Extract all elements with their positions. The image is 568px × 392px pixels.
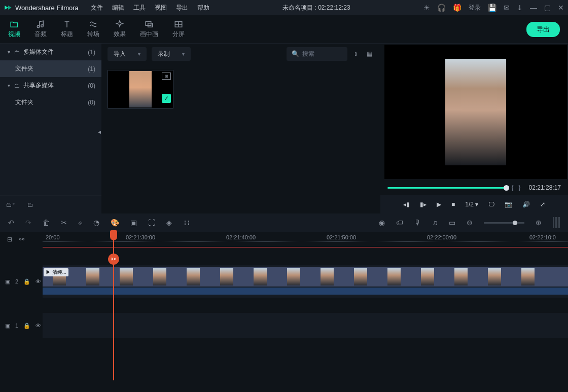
- track-head: ▣ 1 🔒 👁: [0, 323, 43, 329]
- chevron-down-icon: ▾: [138, 51, 140, 57]
- sidebar-item-folder2[interactable]: 文件夹 (0): [0, 94, 101, 111]
- display-icon[interactable]: 🖵: [488, 201, 494, 208]
- tab-video[interactable]: 视频: [8, 20, 20, 39]
- filter-icon[interactable]: ⫾: [352, 48, 360, 59]
- undo-icon[interactable]: ↶: [8, 219, 14, 227]
- lock-icon[interactable]: 🔒: [23, 278, 30, 285]
- mail-icon[interactable]: ✉: [504, 4, 510, 12]
- scrub-slider[interactable]: [387, 187, 507, 189]
- greenscr-icon[interactable]: ▣: [130, 219, 137, 227]
- link-icon[interactable]: ⚯: [19, 236, 24, 243]
- app-name: Wondershare Filmora: [15, 4, 79, 12]
- maximize-button[interactable]: ▢: [544, 4, 551, 12]
- menu-view[interactable]: 视图: [155, 4, 167, 12]
- playhead[interactable]: ✂: [114, 230, 121, 240]
- snapshot-icon[interactable]: 📷: [505, 201, 512, 208]
- clip-label: ▶ 清纯...: [44, 268, 68, 276]
- collapse-handle-icon[interactable]: ◂: [97, 124, 101, 139]
- out-bracket-icon[interactable]: }: [519, 184, 521, 191]
- sidebar-item-media[interactable]: ▾ 🗀 多媒体文件 (1): [0, 44, 101, 60]
- delete-icon[interactable]: 🗑: [43, 219, 50, 227]
- lock-icon[interactable]: 🔒: [23, 323, 30, 329]
- track-body[interactable]: [43, 313, 568, 338]
- menu-tools[interactable]: 工具: [133, 4, 146, 12]
- ruler-tick: 02:21:50:00: [327, 234, 356, 240]
- save-icon[interactable]: 💾: [488, 4, 496, 12]
- menu-help[interactable]: 帮助: [197, 4, 209, 12]
- video-clip[interactable]: ▶ 清纯...: [43, 267, 568, 287]
- playhead-line: [113, 230, 114, 380]
- folder-icon[interactable]: 🗀: [27, 201, 33, 208]
- tool-tabs-bar: 视频 音频 标题 转场 效果 画中画 分屏 导出: [0, 15, 568, 44]
- headset-icon[interactable]: 🎧: [437, 4, 446, 12]
- media-grid: ⊞ ✓: [101, 64, 380, 213]
- adjust-icon[interactable]: ⫶⫶: [183, 219, 190, 227]
- redo-icon[interactable]: ↷: [25, 219, 31, 227]
- tab-title[interactable]: 标题: [61, 20, 73, 39]
- voice-icon[interactable]: 🎙: [414, 219, 421, 227]
- track-number: 1: [15, 323, 18, 329]
- speed-selector[interactable]: 1/2 ▾: [465, 201, 478, 208]
- stop-button[interactable]: ■: [451, 201, 455, 208]
- in-bracket-icon[interactable]: {: [512, 184, 514, 191]
- ruler-tick: 02:22:00:00: [427, 234, 456, 240]
- menu-file[interactable]: 文件: [91, 4, 103, 12]
- marker-icon[interactable]: 🏷: [396, 219, 403, 227]
- menu-export[interactable]: 导出: [176, 4, 188, 12]
- folder-icon: 🗀: [14, 82, 20, 89]
- prev-frame-button[interactable]: ◂▮: [403, 201, 410, 208]
- media-topbar: 导入▾ 录制▾ 🔍 搜索 ⫾ ▦: [101, 44, 380, 64]
- audio-waveform[interactable]: [43, 288, 568, 295]
- zoom-slider[interactable]: [484, 222, 524, 224]
- tab-pip[interactable]: 画中画: [140, 20, 158, 39]
- new-folder-icon[interactable]: 🗀⁺: [6, 201, 15, 208]
- track-body[interactable]: ▶ 清纯...: [43, 265, 568, 298]
- search-input[interactable]: 🔍 搜索: [287, 47, 347, 61]
- minimize-button[interactable]: ―: [530, 4, 537, 12]
- ruler-track[interactable]: 20:00 02:21:30:00 02:21:40:00 02:21:50:0…: [43, 232, 568, 247]
- gift-icon[interactable]: 🎁: [453, 4, 462, 12]
- sun-icon[interactable]: ☀: [423, 4, 430, 12]
- tab-effect[interactable]: 效果: [114, 20, 126, 39]
- grid-icon[interactable]: ▦: [365, 48, 374, 59]
- fullscreen-icon[interactable]: ⤢: [540, 201, 545, 208]
- folder-icon: 🗀: [14, 49, 20, 56]
- export-button[interactable]: 导出: [526, 22, 560, 37]
- speed-icon[interactable]: ◔: [93, 219, 99, 227]
- expand-icon[interactable]: ⛶: [148, 219, 155, 227]
- tab-audio[interactable]: 音频: [34, 20, 47, 39]
- ruler-tick: 02:22:10:0: [529, 234, 556, 240]
- keyframe-icon[interactable]: ◈: [166, 219, 172, 227]
- tab-transition[interactable]: 转场: [87, 20, 99, 39]
- timeline-ruler[interactable]: ⊟ ⚯ 20:00 02:21:30:00 02:21:40:00 02:21:…: [0, 232, 568, 247]
- zoom-out-icon[interactable]: ⊖: [467, 219, 473, 227]
- menu-edit[interactable]: 编辑: [112, 4, 124, 12]
- preview-viewport[interactable]: [384, 45, 567, 179]
- import-dropdown[interactable]: 导入▾: [108, 47, 147, 61]
- track-row-video2: ▣ 2 🔒 👁 ▶ 清纯...: [0, 265, 568, 298]
- render-line: [43, 247, 568, 247]
- logo-icon: [4, 4, 12, 12]
- record-dropdown[interactable]: 录制▾: [152, 47, 191, 61]
- eye-icon[interactable]: 👁: [36, 278, 41, 284]
- close-button[interactable]: ✕: [558, 4, 564, 12]
- zoom-in-icon[interactable]: ⊕: [536, 219, 542, 227]
- eye-icon[interactable]: 👁: [36, 323, 41, 329]
- track-icon[interactable]: ⊟: [7, 236, 12, 243]
- next-frame-button[interactable]: ▮▸: [420, 201, 427, 208]
- tab-split[interactable]: 分屏: [172, 20, 185, 39]
- download-icon[interactable]: ⤓: [517, 4, 523, 12]
- titlebar: Wondershare Filmora 文件 编辑 工具 视图 导出 帮助 未命…: [0, 0, 568, 15]
- volume-icon[interactable]: 🔊: [522, 201, 530, 208]
- color-icon[interactable]: 🎨: [111, 219, 119, 227]
- sidebar-item-folder1[interactable]: 文件夹 (1): [0, 60, 101, 77]
- render-icon[interactable]: ◉: [379, 219, 385, 227]
- scissors-icon[interactable]: ✂: [61, 219, 67, 227]
- login-link[interactable]: 登录: [469, 4, 481, 12]
- play-button[interactable]: ▶: [437, 201, 441, 208]
- audio-mix-icon[interactable]: ♫: [433, 219, 438, 227]
- ratio-icon[interactable]: ▭: [449, 219, 455, 227]
- crop-icon[interactable]: ⟐: [78, 219, 82, 227]
- sidebar-item-shared[interactable]: ▾ 🗀 共享多媒体 (0): [0, 77, 101, 94]
- media-thumbnail[interactable]: ⊞ ✓: [108, 70, 173, 109]
